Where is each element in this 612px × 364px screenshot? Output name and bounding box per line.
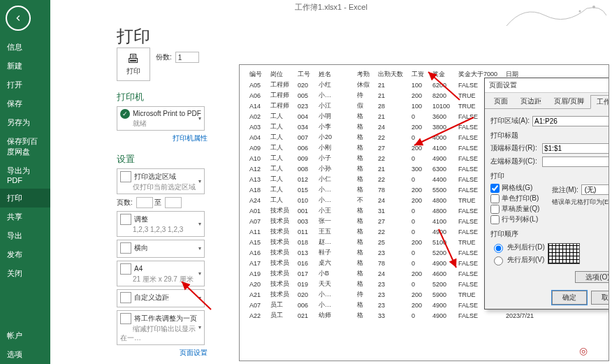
chevron-down-icon: ▾	[198, 270, 201, 277]
dialog-tab[interactable]: 工作表	[590, 95, 609, 109]
chevron-down-icon: ▾	[198, 115, 201, 122]
printer-header: 打印机	[117, 91, 207, 103]
dialog-tab[interactable]: 页边距	[514, 94, 548, 108]
sidebar-item[interactable]: 帐户	[0, 326, 50, 345]
pages-label: 页数:	[117, 198, 133, 206]
left-cols-input[interactable]	[542, 156, 609, 167]
dialog-help-button[interactable]: ?	[608, 82, 609, 89]
page-from-input[interactable]	[136, 197, 153, 208]
dialog-tab[interactable]: 页面	[488, 94, 514, 108]
print-area-select[interactable]: 打印选定区域 仅打印当前选定区域 ▾	[117, 168, 205, 194]
sidebar-item[interactable]: 导出为PDF	[0, 161, 50, 189]
table-row: A22员工021幼师格3304900FALSE2023/7/21	[245, 310, 538, 321]
print-titles-header: 打印标题	[490, 131, 609, 140]
cancel-button[interactable]: 取消	[591, 291, 609, 305]
settings-header: 设置	[117, 153, 207, 166]
comments-select[interactable]: (无)	[581, 184, 609, 195]
paper-icon	[120, 263, 131, 275]
page-setup-dialog: 页面设置 ? × 页面页边距页眉/页脚工作表 打印区域(A): 打印标题 顶端标…	[484, 78, 609, 310]
margins-select[interactable]: 自定义边距 ▾	[117, 289, 205, 307]
page-to-input[interactable]	[165, 197, 182, 208]
back-button[interactable]	[6, 6, 31, 31]
page-setup-link[interactable]: 页面设置	[180, 348, 207, 358]
gridlines-checkbox[interactable]	[490, 184, 500, 193]
chevron-down-icon: ▾	[198, 324, 201, 331]
printer-select[interactable]: ✓Microsoft Print to PDF 就绪 ▾	[117, 106, 205, 131]
sidebar-item[interactable]: 另存为	[0, 113, 50, 132]
sidebar-item[interactable]: 选项	[0, 345, 50, 364]
dialog-title: 页面设置	[489, 80, 608, 90]
scale-icon	[120, 313, 131, 324]
paper-size-select[interactable]: A4 21 厘米 x 29.7 厘米 ▾	[117, 261, 205, 286]
zoom-icon[interactable]: ◎	[579, 345, 588, 356]
collate-select[interactable]: 调整 1,2,3 1,2,3 1,2,3 ▾	[117, 211, 205, 237]
sidebar-item[interactable]: 打开	[0, 75, 50, 94]
print-order-header: 打印顺序	[490, 229, 609, 239]
print-area-label: 打印区域(A):	[490, 116, 530, 126]
svg-point-1	[579, 10, 581, 13]
print-options-header: 打印	[490, 171, 609, 181]
printer-properties-link[interactable]: 打印机属性	[173, 133, 207, 143]
page-title: 打印	[117, 25, 150, 48]
sidebar-item[interactable]: 保存	[0, 94, 50, 113]
sidebar-item[interactable]: 新建	[0, 57, 50, 75]
order-down-radio[interactable]	[494, 244, 503, 253]
sidebar-item[interactable]: 保存到百度网盘	[0, 132, 50, 161]
sidebar-item[interactable]: 关闭	[0, 264, 50, 283]
chevron-down-icon: ▾	[198, 221, 201, 228]
orientation-icon	[120, 242, 131, 254]
left-cols-label: 左端标题列(C):	[490, 156, 539, 166]
window-title: 工作簿1.xlsx1 - Excel	[295, 2, 367, 13]
sidebar-item[interactable]: 打印	[0, 189, 50, 208]
printer-icon: 🖶	[127, 52, 140, 65]
sidebar-item[interactable]: 共享	[0, 208, 50, 226]
printer-status-icon: ✓	[120, 109, 130, 119]
scale-select[interactable]: 将工作表调整为一页 缩减打印输出以显示在一… ▾	[117, 310, 205, 345]
print-button[interactable]: 🖶 打印	[117, 48, 150, 81]
orientation-select[interactable]: 横向 ▾	[117, 240, 205, 258]
draft-checkbox[interactable]	[490, 205, 500, 214]
sidebar-item[interactable]: 发布	[0, 245, 50, 264]
order-preview-icon	[548, 243, 580, 264]
chevron-down-icon: ▾	[198, 245, 201, 252]
options-button[interactable]: 选项(O)...	[575, 271, 609, 283]
margins-icon	[120, 292, 131, 303]
order-over-radio[interactable]	[494, 256, 503, 265]
print-area-input[interactable]	[532, 116, 609, 126]
headings-checkbox[interactable]	[490, 215, 500, 224]
collate-icon	[120, 214, 131, 225]
copies-label: 份数:	[156, 53, 172, 61]
chevron-down-icon: ▾	[198, 295, 201, 302]
backstage-sidebar: 信息新建打开保存另存为保存到百度网盘导出为PDF打印共享导出发布关闭 帐户选项	[0, 0, 50, 364]
top-rows-label: 顶端标题行(R):	[490, 143, 539, 153]
dialog-tab[interactable]: 页眉/页脚	[548, 94, 590, 108]
copies-input[interactable]: 1	[175, 52, 199, 63]
chevron-down-icon: ▾	[198, 178, 201, 185]
sidebar-item[interactable]: 信息	[0, 38, 50, 57]
print-preview: 编号岗位工号姓名考勤出勤天数工资奖金奖金大于7000日期A05工程师020小红休…	[239, 64, 609, 361]
sidebar-item[interactable]: 导出	[0, 226, 50, 245]
bw-checkbox[interactable]	[490, 194, 500, 203]
svg-point-0	[592, 6, 595, 8]
ok-button[interactable]: 确定	[552, 291, 587, 305]
top-rows-input[interactable]	[542, 143, 609, 154]
decorative-swirl	[503, 1, 608, 29]
sheet-icon	[120, 171, 131, 182]
